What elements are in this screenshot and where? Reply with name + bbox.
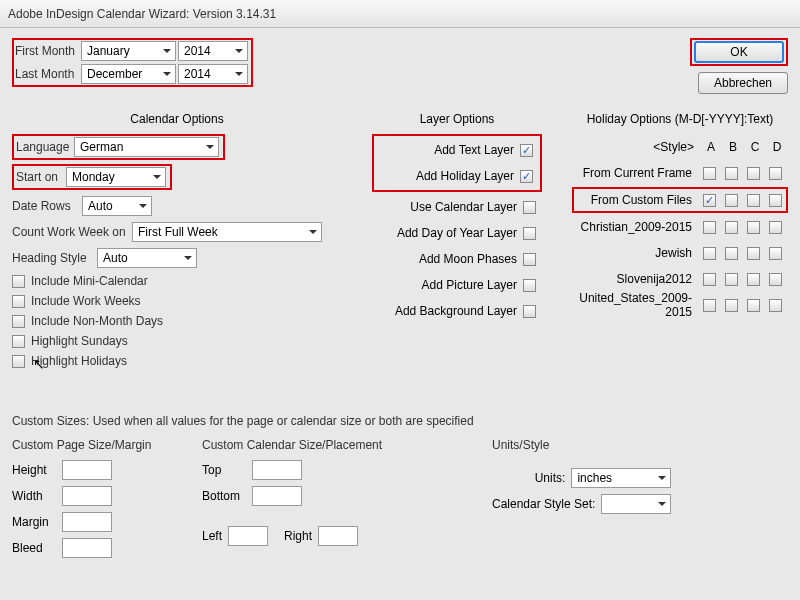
calendar-options-header: Calendar Options [12,112,342,126]
width-input[interactable] [62,486,112,506]
hl-hol-label: Highlight Holidays [31,354,127,368]
holiday-checkbox[interactable] [725,247,738,260]
holiday-name: From Custom Files [574,193,698,207]
holiday-name: From Current Frame [574,166,698,180]
add-bg-checkbox[interactable] [523,305,536,318]
right-label: Right [284,529,312,543]
holiday-checkbox[interactable] [747,247,760,260]
layer-options-header: Layer Options [372,112,542,126]
col-b: B [722,140,744,154]
holiday-row: Christian_2009-2015 [572,214,788,240]
cww-label: Count Work Week on [12,225,132,239]
holiday-checkbox[interactable] [769,221,782,234]
holiday-checkbox[interactable] [725,167,738,180]
holiday-name: Jewish [574,246,698,260]
holiday-checkbox[interactable] [769,167,782,180]
bottom-input[interactable] [252,486,302,506]
date-rows-select[interactable]: Auto [82,196,152,216]
cww-select[interactable]: First Full Week [132,222,322,242]
holiday-checkbox[interactable] [747,167,760,180]
include-mini-checkbox[interactable] [12,275,25,288]
holiday-checkbox[interactable] [769,273,782,286]
add-pic-checkbox[interactable] [523,279,536,292]
start-on-select[interactable]: Monday [66,167,166,187]
col-d: D [766,140,788,154]
col-a: A [700,140,722,154]
holiday-checkbox[interactable] [769,299,782,312]
holiday-row: Jewish [572,240,788,266]
style-label: <Style> [572,140,700,154]
css-select[interactable] [601,494,671,514]
cs-page-header: Custom Page Size/Margin [12,438,162,452]
first-month-select[interactable]: January [81,41,176,61]
left-input[interactable] [228,526,268,546]
units-select[interactable]: inches [571,468,671,488]
add-holiday-checkbox[interactable] [520,170,533,183]
first-year-select[interactable]: 2014 [178,41,248,61]
add-doy-checkbox[interactable] [523,227,536,240]
heading-style-select[interactable]: Auto [97,248,197,268]
ok-button[interactable]: OK [694,41,784,63]
ok-highlight: OK [690,38,788,66]
holiday-checkbox[interactable] [703,299,716,312]
language-select[interactable]: German [74,137,219,157]
hl-sun-label: Highlight Sundays [31,334,128,348]
height-input[interactable] [62,460,112,480]
add-doy-label: Add Day of Year Layer [397,226,517,240]
units-label: Units: [535,471,566,485]
hl-sun-checkbox[interactable] [12,335,25,348]
holiday-checkbox[interactable] [747,194,760,207]
holiday-options-header: Holiday Options (M-D[-YYYY]:Text) [572,112,788,126]
holiday-checkbox[interactable] [747,273,760,286]
holiday-checkbox[interactable] [703,247,716,260]
holiday-checkbox[interactable] [725,299,738,312]
holiday-row: From Custom Files [572,187,788,213]
include-ww-checkbox[interactable] [12,295,25,308]
col-c: C [744,140,766,154]
include-nmd-checkbox[interactable] [12,315,25,328]
holiday-checkbox[interactable] [725,273,738,286]
last-month-select[interactable]: December [81,64,176,84]
start-on-label: Start on [16,170,66,184]
layer-highlight: Add Text Layer Add Holiday Layer [372,134,542,192]
heading-style-label: Heading Style [12,251,97,265]
bleed-input[interactable] [62,538,112,558]
right-input[interactable] [318,526,358,546]
hl-hol-checkbox[interactable] [12,355,25,368]
left-label: Left [202,529,222,543]
add-moon-checkbox[interactable] [523,253,536,266]
first-month-label: First Month [15,44,81,58]
add-bg-label: Add Background Layer [395,304,517,318]
include-nmd-label: Include Non-Month Days [31,314,163,328]
add-pic-label: Add Picture Layer [422,278,517,292]
bottom-label: Bottom [202,489,252,503]
use-cal-label: Use Calendar Layer [410,200,517,214]
holiday-checkbox[interactable] [769,194,782,207]
titlebar: Adobe InDesign Calendar Wizard: Version … [0,0,800,28]
holiday-checkbox[interactable] [725,221,738,234]
cs-intro: Custom Sizes: Used when all values for t… [12,414,788,428]
last-year-select[interactable]: 2014 [178,64,248,84]
use-cal-checkbox[interactable] [523,201,536,214]
holiday-name: Slovenija2012 [574,272,698,286]
holiday-checkbox[interactable] [703,221,716,234]
holiday-checkbox[interactable] [769,247,782,260]
bleed-label: Bleed [12,541,62,555]
holiday-checkbox[interactable] [747,221,760,234]
window-title: Adobe InDesign Calendar Wizard: Version … [8,7,276,21]
holiday-checkbox[interactable] [747,299,760,312]
top-input[interactable] [252,460,302,480]
add-text-checkbox[interactable] [520,144,533,157]
add-text-label: Add Text Layer [434,143,514,157]
include-mini-label: Include Mini-Calendar [31,274,148,288]
cancel-button[interactable]: Abbrechen [698,72,788,94]
height-label: Height [12,463,62,477]
holiday-checkbox[interactable] [703,273,716,286]
add-moon-label: Add Moon Phases [419,252,517,266]
holiday-checkbox[interactable] [725,194,738,207]
include-ww-label: Include Work Weeks [31,294,141,308]
holiday-checkbox[interactable] [703,167,716,180]
holiday-checkbox[interactable] [703,194,716,207]
holiday-row: From Current Frame [572,160,788,186]
margin-input[interactable] [62,512,112,532]
